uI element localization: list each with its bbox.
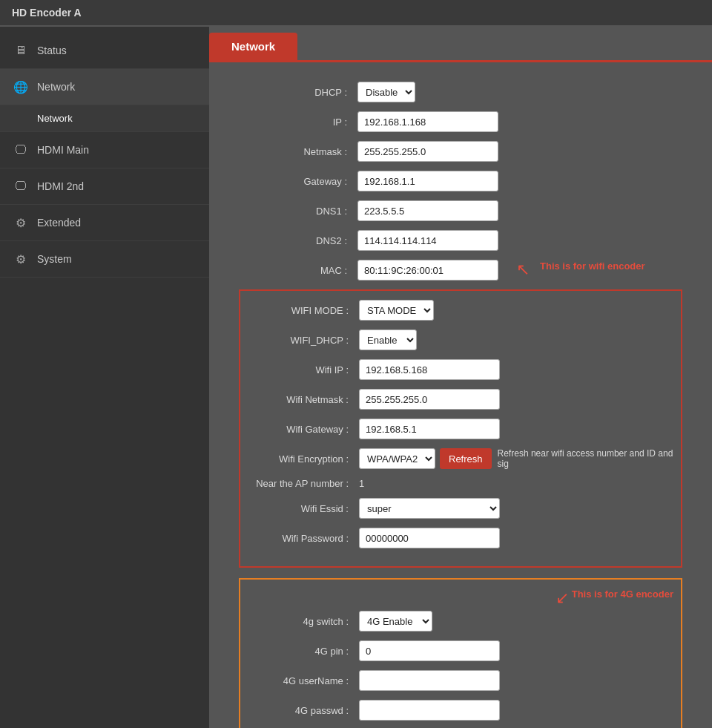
dns1-input[interactable] (357, 200, 498, 221)
wifi-mode-select[interactable]: STA MODE AP MODE (359, 300, 434, 321)
fourgee-pin-row: 4G pin : (240, 640, 681, 661)
wifi-netmask-input[interactable] (359, 389, 500, 410)
mac-row: MAC : ↙ This is for wifi encoder (239, 260, 682, 281)
main-layout: 🖥 Status 🌐 Network Network 🖵 HDMI Main 🖵… (0, 27, 712, 728)
fourgee-username-label: 4G userName : (240, 675, 359, 686)
wifi-gateway-row: Wifi Gateway : (240, 419, 681, 439)
sidebar-item-extended[interactable]: ⚙ Extended (0, 205, 209, 241)
gateway-label: Gateway : (239, 176, 357, 187)
sidebar-label-network: Network (37, 81, 75, 93)
gateway-input[interactable] (357, 171, 498, 191)
sidebar-item-hdmi-2nd[interactable]: 🖵 HDMI 2nd (0, 168, 209, 205)
sidebar-label-hdmi-2nd: HDMI 2nd (37, 180, 84, 192)
sidebar-label-status: Status (37, 45, 67, 56)
fourgee-passwd-row: 4G passwd : (240, 700, 681, 721)
fourgee-passwd-label: 4G passwd : (240, 705, 359, 716)
wifi-arrow-icon: ↙ (516, 260, 530, 280)
mac-input[interactable] (357, 260, 498, 281)
wifi-password-label: Wifi Password : (240, 533, 359, 544)
dns2-input[interactable] (357, 230, 498, 251)
wifi-enc-label: Wifi Encryption : (240, 453, 359, 465)
globe-icon: 🌐 (12, 78, 30, 96)
fourgee-username-input[interactable] (359, 670, 500, 691)
dns1-row: DNS1 : (239, 200, 682, 221)
ip-row: IP : (239, 111, 682, 132)
fourgee-switch-select[interactable]: 4G Enable 4G Disable (359, 611, 432, 632)
sidebar-item-status[interactable]: 🖥 Status (0, 33, 209, 69)
wifi-ip-label: Wifi IP : (240, 364, 359, 376)
wifi-password-input[interactable] (359, 528, 500, 548)
wifi-gateway-label: Wifi Gateway : (240, 424, 359, 435)
fourgee-switch-row: 4g switch : 4G Enable 4G Disable (240, 611, 681, 632)
wifi-essid-select[interactable]: super (359, 498, 500, 519)
sidebar-label-system: System (37, 253, 72, 265)
wifi-note-container: ↙ This is for wifi encoder (516, 260, 645, 280)
ap-number-value: 1 (359, 478, 364, 489)
tab-network[interactable]: Network (209, 33, 297, 60)
dhcp-select[interactable]: Disable Enable (357, 82, 415, 102)
mac-label: MAC : (239, 265, 357, 276)
wifi-mode-row: WIFI MODE : STA MODE AP MODE (240, 300, 681, 321)
wifi-dhcp-select[interactable]: Enable Disable (359, 329, 417, 350)
dns2-row: DNS2 : (239, 230, 682, 251)
wifi-password-row: Wifi Password : (240, 528, 681, 548)
content-area: Network DHCP : Disable Enable IP : Netma… (209, 27, 712, 728)
title-bar: HD Encoder A (0, 0, 712, 27)
ap-number-row: Near the AP number : 1 (240, 478, 681, 489)
sidebar-sub-network[interactable]: Network (0, 105, 209, 132)
sidebar-item-system[interactable]: ⚙ System (0, 241, 209, 278)
fourgee-note-text: This is for 4G encoder (572, 588, 673, 608)
refresh-note: Refresh near wifi access number and ID a… (498, 448, 681, 469)
ip-label: IP : (239, 117, 357, 128)
dhcp-label: DHCP : (239, 87, 357, 98)
fourgee-pin-label: 4G pin : (240, 646, 359, 657)
ip-input[interactable] (357, 111, 498, 132)
hdmi-2nd-icon: 🖵 (12, 177, 30, 195)
hdmi-main-icon: 🖵 (12, 141, 30, 159)
form-area: DHCP : Disable Enable IP : Netmask : Gat… (209, 67, 712, 728)
monitor-icon: 🖥 (12, 42, 30, 59)
fourgee-section: ↙ This is for 4G encoder 4g switch : 4G … (239, 578, 682, 728)
fourgee-passwd-input[interactable] (359, 700, 500, 721)
app-title: HD Encoder A (12, 7, 82, 19)
netmask-row: Netmask : (239, 141, 682, 162)
wifi-section: WIFI MODE : STA MODE AP MODE WIFI_DHCP :… (239, 289, 682, 568)
sidebar-label-extended: Extended (37, 217, 81, 229)
system-icon: ⚙ (12, 250, 30, 268)
sidebar-sub-label-network: Network (37, 113, 73, 124)
dhcp-row: DHCP : Disable Enable (239, 82, 682, 102)
tab-divider (209, 60, 712, 62)
netmask-label: Netmask : (239, 146, 357, 157)
wifi-netmask-label: Wifi Netmask : (240, 394, 359, 405)
wifi-ip-row: Wifi IP : (240, 359, 681, 380)
fourgee-switch-label: 4g switch : (240, 616, 359, 627)
fourgee-username-row: 4G userName : (240, 670, 681, 691)
netmask-input[interactable] (357, 141, 498, 162)
wifi-mode-label: WIFI MODE : (240, 305, 359, 316)
sidebar: 🖥 Status 🌐 Network Network 🖵 HDMI Main 🖵… (0, 27, 209, 728)
gear-icon: ⚙ (12, 214, 30, 232)
tab-bar: Network (209, 27, 712, 60)
wifi-dhcp-label: WIFI_DHCP : (240, 335, 359, 346)
dns2-label: DNS2 : (239, 235, 357, 246)
wifi-dhcp-row: WIFI_DHCP : Enable Disable (240, 329, 681, 350)
sidebar-label-hdmi-main: HDMI Main (37, 144, 89, 156)
fourgee-note-row: ↙ This is for 4G encoder (240, 588, 681, 608)
wifi-essid-label: Wifi Essid : (240, 503, 359, 514)
wifi-ip-input[interactable] (359, 359, 500, 380)
refresh-button[interactable]: Refresh (440, 448, 492, 469)
wifi-essid-row: Wifi Essid : super (240, 498, 681, 519)
wifi-note-text: This is for wifi encoder (540, 260, 645, 272)
fourgee-pin-input[interactable] (359, 640, 500, 661)
sidebar-item-network[interactable]: 🌐 Network (0, 69, 209, 105)
gateway-row: Gateway : (239, 171, 682, 191)
dns1-label: DNS1 : (239, 206, 357, 217)
wifi-enc-select[interactable]: WPA/WPA2 WPA WEP OPEN (359, 448, 435, 469)
fourgee-arrow-icon: ↙ (556, 588, 569, 608)
wifi-gateway-input[interactable] (359, 419, 500, 439)
sidebar-item-hdmi-main[interactable]: 🖵 HDMI Main (0, 132, 209, 168)
ap-number-label: Near the AP number : (240, 478, 359, 489)
wifi-netmask-row: Wifi Netmask : (240, 389, 681, 410)
wifi-enc-row: Wifi Encryption : WPA/WPA2 WPA WEP OPEN … (240, 448, 681, 469)
